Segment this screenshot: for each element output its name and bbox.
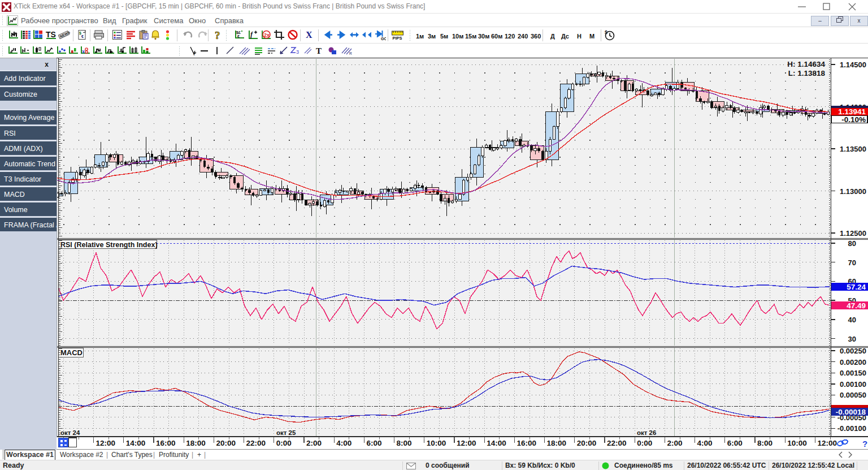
svg-text:8:00: 8:00 <box>757 439 772 447</box>
svg-text:6:00: 6:00 <box>727 439 743 447</box>
svg-text:0.00100: 0.00100 <box>840 380 866 389</box>
svg-text:MACD: MACD <box>60 348 83 357</box>
svg-text:2:00: 2:00 <box>667 439 682 447</box>
svg-text:0:00: 0:00 <box>637 439 652 447</box>
svg-text:30: 30 <box>848 335 856 343</box>
svg-text:окт 26: окт 26 <box>637 429 656 436</box>
svg-text:0.00250: 0.00250 <box>840 347 866 355</box>
svg-text:окт 24: окт 24 <box>60 429 80 436</box>
svg-text:L: 1.13818: L: 1.13818 <box>788 69 826 77</box>
svg-text:4:00: 4:00 <box>697 439 713 447</box>
svg-text:6:00: 6:00 <box>366 439 381 447</box>
svg-text:20:00: 20:00 <box>216 439 236 447</box>
svg-text:20:00: 20:00 <box>577 439 597 447</box>
svg-text:-0.10%: -0.10% <box>841 115 866 124</box>
svg-text:12:00: 12:00 <box>457 439 476 447</box>
svg-text:16:00: 16:00 <box>517 439 536 447</box>
svg-text:0.00150: 0.00150 <box>840 369 866 377</box>
svg-text:22:00: 22:00 <box>607 439 627 447</box>
svg-text:18:00: 18:00 <box>547 439 567 447</box>
svg-text:12:00: 12:00 <box>96 439 116 447</box>
svg-text:2:00: 2:00 <box>306 439 322 447</box>
svg-text:18:00: 18:00 <box>186 439 206 447</box>
svg-text:1.13000: 1.13000 <box>840 187 866 196</box>
svg-text:57.24: 57.24 <box>847 283 866 291</box>
svg-text:H: 1.14634: H: 1.14634 <box>787 60 825 68</box>
svg-text:80: 80 <box>848 239 856 248</box>
svg-text:0.00050: 0.00050 <box>840 391 866 399</box>
svg-text:22:00: 22:00 <box>246 439 266 447</box>
svg-text:14:00: 14:00 <box>487 439 506 447</box>
svg-text:47.49: 47.49 <box>847 301 866 310</box>
svg-text:1.12500: 1.12500 <box>840 229 866 238</box>
svg-text:0.00200: 0.00200 <box>840 358 866 366</box>
svg-text:4:00: 4:00 <box>336 439 351 447</box>
svg-text:16:00: 16:00 <box>156 439 176 447</box>
svg-text:70: 70 <box>848 258 856 267</box>
svg-text:10:00: 10:00 <box>787 439 807 447</box>
svg-text:?: ? <box>862 439 867 449</box>
svg-text:12:00: 12:00 <box>817 439 837 447</box>
svg-text:1.14500: 1.14500 <box>840 61 866 69</box>
svg-text:1.13500: 1.13500 <box>840 145 866 153</box>
svg-text:14:00: 14:00 <box>126 439 146 447</box>
svg-text:-0.00018: -0.00018 <box>836 408 866 416</box>
svg-text:0:00: 0:00 <box>276 439 292 447</box>
svg-text:-0.00100: -0.00100 <box>837 424 866 433</box>
svg-text:40: 40 <box>848 316 856 324</box>
svg-text:10:00: 10:00 <box>427 439 446 447</box>
svg-text:окт 25: окт 25 <box>276 429 296 436</box>
svg-text:RSI (Relative Strength Index): RSI (Relative Strength Index) <box>60 241 158 249</box>
svg-text:8:00: 8:00 <box>397 439 412 447</box>
